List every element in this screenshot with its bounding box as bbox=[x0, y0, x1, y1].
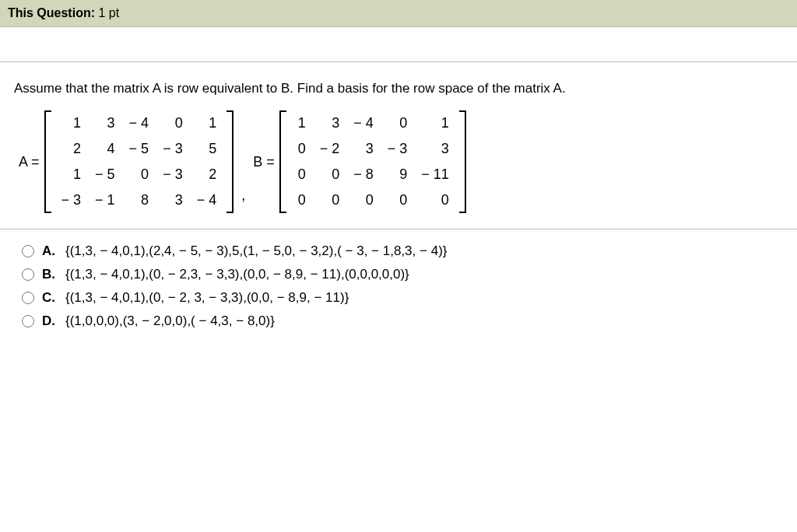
radio-c[interactable] bbox=[22, 292, 34, 304]
matrix-cell: − 3 bbox=[156, 162, 190, 187]
choice-text: {(1,3, − 4,0,1),(2,4, − 5, − 3),5,(1, − … bbox=[65, 243, 447, 259]
matrix-cell: 8 bbox=[122, 187, 156, 213]
matrix-cell: 3 bbox=[313, 110, 347, 136]
bracket-left bbox=[279, 110, 286, 213]
choice-b[interactable]: B. {(1,3, − 4,0,1),(0, − 2,3, − 3,3),(0,… bbox=[22, 267, 783, 282]
matrix-cell: 1 bbox=[54, 110, 89, 136]
choice-letter: B. bbox=[42, 267, 58, 282]
matrix-a-label: A = bbox=[19, 154, 41, 170]
matrix-cell: 2 bbox=[54, 136, 89, 162]
matrix-cell: 2 bbox=[190, 162, 224, 187]
question-text: Assume that the matrix A is row equivale… bbox=[14, 81, 783, 96]
header-label: This Question: bbox=[8, 6, 95, 19]
matrix-cell: 0 bbox=[313, 162, 347, 187]
matrix-cell: − 4 bbox=[190, 187, 224, 213]
radio-b[interactable] bbox=[22, 268, 34, 281]
matrix-cell: 1 bbox=[290, 110, 313, 136]
matrix-cell: − 5 bbox=[88, 162, 122, 187]
matrix-a: 13− 40124− 5− 351− 50− 32− 3− 183− 4 bbox=[54, 110, 224, 213]
matrix-cell: 0 bbox=[290, 187, 313, 213]
matrix-cell: 0 bbox=[290, 136, 313, 162]
matrix-cell: − 3 bbox=[381, 136, 415, 162]
choice-letter: C. bbox=[42, 290, 58, 306]
matrix-cell: 3 bbox=[88, 110, 122, 136]
choice-text: {(1,3, − 4,0,1),(0, − 2, 3, − 3,3),(0,0,… bbox=[65, 290, 349, 306]
matrix-cell: 1 bbox=[190, 110, 224, 136]
matrix-cell: 4 bbox=[88, 136, 122, 162]
choice-text: {(1,0,0,0),(3, − 2,0,0),( − 4,3, − 8,0)} bbox=[65, 313, 275, 329]
matrix-cell: 1 bbox=[414, 110, 456, 136]
answer-choices: A. {(1,3, − 4,0,1),(2,4, − 5, − 3),5,(1,… bbox=[0, 229, 797, 345]
matrix-b-label: B = bbox=[251, 154, 276, 170]
matrix-cell: 0 bbox=[290, 162, 313, 187]
matrix-cell: − 1 bbox=[88, 187, 122, 213]
matrix-cell: 1 bbox=[54, 162, 89, 187]
radio-a[interactable] bbox=[22, 245, 34, 257]
choice-letter: D. bbox=[42, 313, 58, 329]
bracket-right bbox=[226, 110, 233, 213]
choice-text: {(1,3, − 4,0,1),(0, − 2,3, − 3,3),(0,0, … bbox=[65, 267, 409, 282]
radio-d[interactable] bbox=[22, 315, 34, 327]
matrix-cell: − 5 bbox=[122, 136, 156, 162]
choice-d[interactable]: D. {(1,0,0,0),(3, − 2,0,0),( − 4,3, − 8,… bbox=[22, 313, 783, 329]
matrix-cell: − 4 bbox=[346, 110, 381, 136]
matrix-cell: 0 bbox=[313, 187, 347, 213]
question-header: This Question: 1 pt bbox=[0, 0, 797, 27]
matrix-cell: 0 bbox=[414, 187, 456, 213]
header-points: 1 pt bbox=[95, 6, 119, 19]
matrix-cell: − 2 bbox=[313, 136, 347, 162]
question-content: Assume that the matrix A is row equivale… bbox=[0, 62, 797, 229]
choice-a[interactable]: A. {(1,3, − 4,0,1),(2,4, − 5, − 3),5,(1,… bbox=[22, 243, 783, 259]
matrix-cell: − 4 bbox=[122, 110, 156, 136]
matrix-cell: 0 bbox=[122, 162, 156, 187]
bracket-right bbox=[459, 110, 466, 213]
matrix-cell: − 3 bbox=[54, 187, 89, 213]
matrix-cell: 9 bbox=[381, 162, 415, 187]
matrix-cell: 3 bbox=[156, 187, 190, 213]
matrix-cell: 5 bbox=[190, 136, 224, 162]
bracket-left bbox=[44, 110, 51, 213]
choice-letter: A. bbox=[42, 243, 58, 259]
matrix-cell: − 8 bbox=[346, 162, 381, 187]
matrix-cell: 3 bbox=[414, 136, 456, 162]
matrix-cell: 3 bbox=[346, 136, 381, 162]
matrix-cell: 0 bbox=[381, 110, 415, 136]
comma-separator: , bbox=[237, 187, 248, 204]
matrix-cell: − 3 bbox=[156, 136, 190, 162]
spacer bbox=[0, 27, 797, 61]
matrix-cell: − 11 bbox=[414, 162, 456, 187]
choice-c[interactable]: C. {(1,3, − 4,0,1),(0, − 2, 3, − 3,3),(0… bbox=[22, 290, 783, 306]
matrix-b: 13− 4010− 23− 3300− 89− 1100000 bbox=[290, 110, 456, 213]
matrix-equation: A = 13− 40124− 5− 351− 50− 32− 3− 183− 4… bbox=[14, 110, 783, 213]
matrix-cell: 0 bbox=[346, 187, 381, 213]
matrix-cell: 0 bbox=[156, 110, 190, 136]
matrix-cell: 0 bbox=[381, 187, 415, 213]
